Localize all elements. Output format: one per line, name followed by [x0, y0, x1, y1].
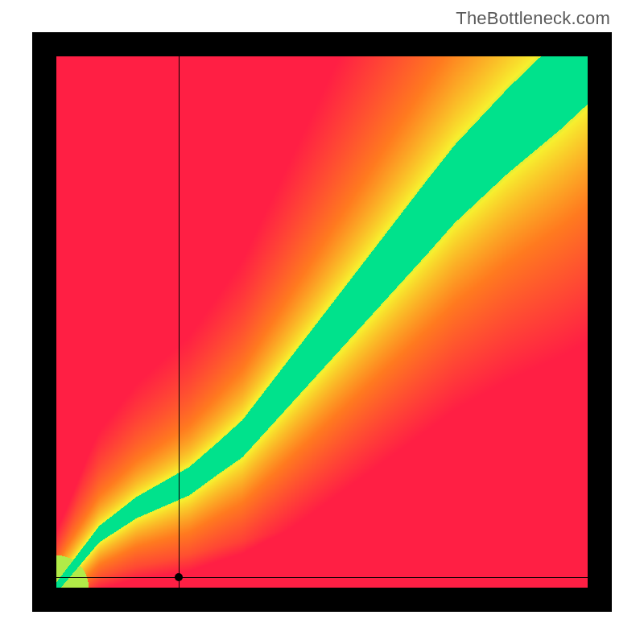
watermark-text: TheBottleneck.com — [456, 8, 610, 29]
selected-point-marker — [175, 573, 183, 581]
chart-frame — [32, 32, 612, 612]
crosshair-horizontal — [56, 577, 588, 578]
crosshair-vertical — [179, 56, 180, 588]
bottleneck-heatmap — [56, 56, 588, 588]
